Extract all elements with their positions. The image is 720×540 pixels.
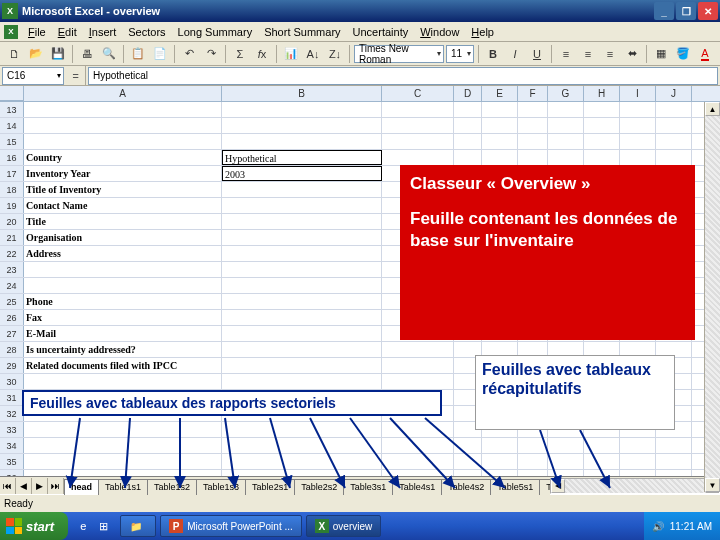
annotation-red-box: Classeur « Overview » Feuille contenant … <box>400 165 695 340</box>
svg-line-5 <box>310 418 345 488</box>
svg-line-3 <box>225 418 235 488</box>
svg-line-9 <box>540 430 560 488</box>
svg-line-1 <box>125 418 130 488</box>
annotation-feuille: Feuille contenant les données de base su… <box>410 208 685 251</box>
svg-line-4 <box>270 418 290 488</box>
annotation-white-box: Feuilles avec tableaux récapitulatifs <box>475 355 675 430</box>
svg-line-10 <box>580 430 610 488</box>
annotation-blue-box: Feuilles avec tableaux des rapports sect… <box>22 390 442 416</box>
svg-line-6 <box>350 418 400 488</box>
svg-line-7 <box>390 418 455 488</box>
annotation-classeur: Classeur « Overview » <box>410 173 685 194</box>
svg-line-0 <box>70 418 80 488</box>
